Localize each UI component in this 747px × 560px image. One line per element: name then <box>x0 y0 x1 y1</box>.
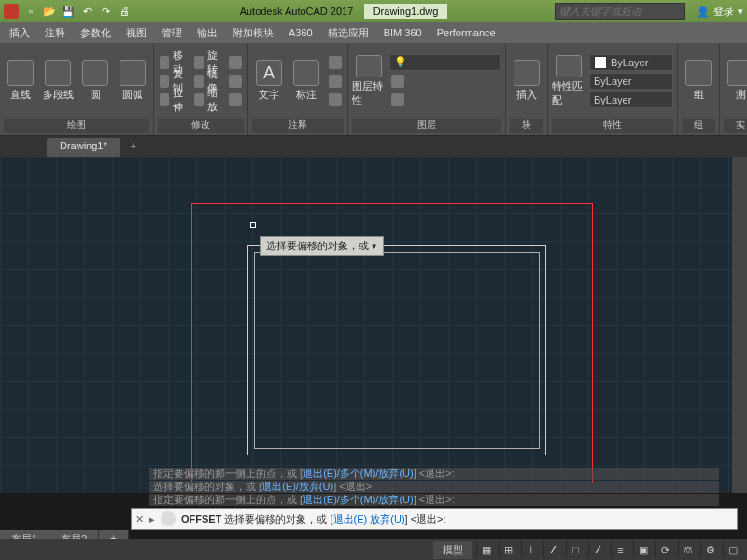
freeze-icon <box>391 75 404 88</box>
command-text: OFFSET 选择要偏移的对象，或 [退出(E) 放弃(U)] <退出>: <box>181 512 733 526</box>
tab-addins[interactable]: 附加模块 <box>227 24 279 42</box>
table-icon <box>329 75 342 88</box>
stretch-icon <box>160 93 169 106</box>
osnap-toggle[interactable]: □ <box>566 541 585 558</box>
file-name: Drawing1.dwg <box>364 4 448 19</box>
tab-manage[interactable]: 管理 <box>156 24 188 42</box>
tab-parametric[interactable]: 参数化 <box>75 24 117 42</box>
login-button[interactable]: 👤 登录 ▾ <box>697 5 743 19</box>
redo-icon[interactable]: ↷ <box>97 4 114 19</box>
line-button[interactable]: 直线 <box>4 55 37 107</box>
group-button[interactable]: 组 <box>682 55 715 107</box>
tab-bim360[interactable]: BIM 360 <box>378 25 428 40</box>
drawing-canvas[interactable]: 选择要偏移的对象，或 ▾ <box>0 157 747 493</box>
status-bar: 模型 ▦ ⊞ ⊥ ∠ □ ∠ ≡ ▣ ⟳ ⚖ ⚙ ▢ <box>0 539 747 560</box>
rotate-icon <box>194 56 204 69</box>
search-input[interactable] <box>555 3 685 20</box>
file-tabs: Drawing1* + <box>0 136 747 157</box>
chevron-down-icon: ▾ <box>738 6 743 18</box>
vertical-scrollbar[interactable] <box>732 157 747 493</box>
print-icon[interactable]: 🖨 <box>116 4 133 19</box>
layers-icon <box>356 55 382 77</box>
new-tab-button[interactable]: + <box>124 140 143 157</box>
history-line: 指定要偏移的那一侧上的点，或 [退出(E)/多个(M)/放弃(U)] <退出>: <box>149 494 719 506</box>
color-swatch <box>594 56 607 69</box>
panel-title-annotation: 注释 <box>252 119 344 133</box>
lineweight-dropdown[interactable]: ByLayer <box>589 73 673 90</box>
file-tab-active[interactable]: Drawing1* <box>47 138 120 157</box>
tab-a360[interactable]: A360 <box>283 25 318 40</box>
leader-icon <box>329 56 342 69</box>
arc-button[interactable]: 圆弧 <box>116 55 149 107</box>
clean-screen-button[interactable]: ▢ <box>723 541 741 558</box>
group-icon <box>685 60 712 86</box>
panel-title-layers: 图层 <box>352 119 501 133</box>
close-icon[interactable]: ✕ <box>135 513 144 525</box>
workspace-button[interactable]: ⚙ <box>700 541 719 558</box>
new-icon[interactable]: ▫ <box>22 4 39 19</box>
polyline-button[interactable]: 多段线 <box>41 55 75 107</box>
scale-icon <box>194 93 204 106</box>
panel-title-block: 块 <box>510 119 543 133</box>
dropdown-icon[interactable]: ▾ <box>372 240 377 251</box>
line-icon <box>7 60 34 86</box>
text-button[interactable]: A文字 <box>252 55 286 107</box>
color-dropdown[interactable]: ByLayer <box>589 54 673 71</box>
leader-button[interactable] <box>327 54 344 71</box>
fillet-button[interactable] <box>227 73 244 90</box>
ortho-toggle[interactable]: ⊥ <box>521 541 540 558</box>
open-icon[interactable]: 📂 <box>41 4 58 19</box>
app-title: Autodesk AutoCAD 2017 Drawing1.dwg <box>136 5 551 18</box>
tab-annotate[interactable]: 注释 <box>39 24 71 42</box>
command-line[interactable]: ✕ ▸ OFFSET 选择要偏移的对象，或 [退出(E) 放弃(U)] <退出>… <box>131 508 738 530</box>
layer-freeze-button[interactable] <box>389 73 501 90</box>
trim-icon <box>229 56 242 69</box>
dimension-button[interactable]: 标注 <box>289 55 323 107</box>
cycling-toggle[interactable]: ⟳ <box>655 541 674 558</box>
linetype-dropdown[interactable]: ByLayer <box>589 91 673 108</box>
layer-lock-button[interactable] <box>389 91 501 108</box>
tab-view[interactable]: 视图 <box>120 24 152 42</box>
match-properties-button[interactable]: 特性匹配 <box>552 55 585 107</box>
block-icon <box>514 60 540 86</box>
layer-properties-button[interactable]: 图层特性 <box>352 55 386 107</box>
lightbulb-icon: 💡 <box>394 56 407 68</box>
model-space-button[interactable]: 模型 <box>433 541 472 559</box>
insert-block-button[interactable]: 插入 <box>510 55 543 107</box>
undo-icon[interactable]: ↶ <box>78 4 95 19</box>
layer-dropdown[interactable]: 💡 <box>389 54 501 71</box>
lineweight-toggle[interactable]: ≡ <box>611 541 629 558</box>
tab-featured[interactable]: 精选应用 <box>322 24 374 42</box>
dimension-icon <box>293 60 319 86</box>
scale-button[interactable]: 缩放 <box>192 91 223 108</box>
measure-icon <box>727 60 747 86</box>
table-button[interactable] <box>327 73 344 90</box>
snap-toggle[interactable]: ⊞ <box>499 541 517 558</box>
mtext-button[interactable] <box>327 91 344 108</box>
annotation-scale[interactable]: ⚖ <box>678 541 697 558</box>
panel-title-utilities: 实 <box>724 119 747 133</box>
otrack-toggle[interactable]: ∠ <box>588 541 607 558</box>
app-icon[interactable] <box>4 4 19 19</box>
transparency-toggle[interactable]: ▣ <box>633 541 652 558</box>
panel-utilities: 测 实 <box>720 43 747 135</box>
polyline-icon <box>45 60 71 86</box>
dynamic-input-tooltip: 选择要偏移的对象，或 ▾ <box>260 236 384 256</box>
circle-button[interactable]: 圆 <box>78 55 112 107</box>
measure-button[interactable]: 测 <box>724 55 747 107</box>
panel-title-draw: 绘图 <box>4 119 149 133</box>
lock-icon <box>391 93 404 106</box>
array-button[interactable] <box>227 91 244 108</box>
polar-toggle[interactable]: ∠ <box>543 541 562 558</box>
command-icon <box>161 511 176 526</box>
save-icon[interactable]: 💾 <box>60 4 77 19</box>
stretch-button[interactable]: 拉伸 <box>158 91 189 108</box>
grid-toggle[interactable]: ▦ <box>476 541 495 558</box>
circle-icon <box>82 60 108 86</box>
tab-output[interactable]: 输出 <box>191 24 223 42</box>
tab-performance[interactable]: Performance <box>431 25 501 40</box>
pickbox-cursor <box>250 222 256 228</box>
trim-button[interactable] <box>227 54 244 71</box>
panel-groups: 组 组 <box>678 43 720 135</box>
tab-insert[interactable]: 插入 <box>4 24 35 42</box>
